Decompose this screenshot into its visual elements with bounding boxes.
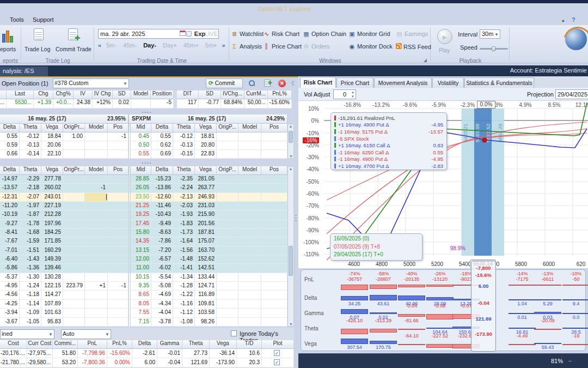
- time-step-Day+[interactable]: Day+: [163, 42, 177, 49]
- step-back-icon[interactable]: «: [98, 42, 101, 49]
- table-row[interactable]: 0.66-0.1422.100.550.69-0.1522.83: [0, 150, 287, 159]
- table-row[interactable]: 0.55-0.1218.841.00-10.450.55-0.1218.81: [0, 132, 287, 141]
- splitter-handle[interactable]: ••••: [131, 160, 163, 165]
- tab-movement-analysis[interactable]: Movement Analysis: [374, 77, 432, 88]
- panel-splitter[interactable]: •••: [294, 77, 298, 368]
- ignore-trades-checkbox[interactable]: [231, 330, 237, 336]
- group-expand-icon[interactable]: ◢: [424, 58, 427, 63]
- legend-delta: 0.83: [433, 142, 444, 148]
- table-row[interactable]: -3.67-1.0595.837.15-3.78-1.0898.26: [0, 318, 287, 327]
- mode-dropdown[interactable]: Auto▼: [61, 329, 111, 339]
- menu-tools[interactable]: Tools: [10, 16, 24, 23]
- greek-bar: [562, 285, 588, 286]
- splitter-handle[interactable]: ••••: [131, 110, 163, 114]
- window-toggle-analysis[interactable]: ΣAnalysis: [231, 43, 262, 50]
- chain-header: Model: [238, 166, 261, 175]
- table-row[interactable]: -6.40-1.43149.3912.00-6.57-1.48152.62: [0, 255, 287, 264]
- table-row[interactable]: -7.01-1.51160.2913.15-7.20-1.56163.70: [0, 246, 287, 255]
- window-toggle-rss-feed[interactable]: RSS Feed: [396, 43, 431, 50]
- window-toggle-monitor-dock[interactable]: ◉Monitor Dock: [348, 43, 393, 50]
- grid2-scrollbar[interactable]: ▲▼: [287, 166, 294, 327]
- chain-cell: 223.79: [63, 282, 85, 291]
- plot-checkbox[interactable]: ✓: [274, 350, 280, 356]
- speed-slider-thumb[interactable]: [492, 46, 495, 51]
- table-row[interactable]: -4.95-1.24122.15223.79+1-19.35-5.08-1.28…: [0, 282, 287, 291]
- tab-risk-chart[interactable]: Risk Chart: [300, 77, 336, 88]
- clock-icon[interactable]: [186, 31, 193, 38]
- title-bar: OptionNET Explorer: [0, 3, 588, 15]
- table-row[interactable]: -3.94-1.09101.637.55-4.04-1.12103.58: [0, 309, 287, 317]
- mid-cell: 0.45: [131, 132, 151, 141]
- trade-log-button[interactable]: [34, 28, 44, 41]
- window-toggle-option-chain[interactable]: ▦Option Chain: [303, 31, 346, 38]
- chain-cell: [85, 141, 108, 150]
- table-row[interactable]: -11.20-1.97227.1921.25-11.46-2.03231.03: [0, 202, 287, 210]
- grid1-column-headers: DeltaThetaVegaOrigPr...ModelPosMidDeltaT…: [0, 124, 294, 132]
- reports-icon[interactable]: [1, 28, 15, 43]
- help-icon[interactable]: ?: [572, 16, 575, 23]
- window-toggle-risk-chart[interactable]: ∿Risk Chart: [263, 31, 299, 38]
- tab-statistics-fundamentals[interactable]: Statistics & Fundamentals: [464, 77, 534, 88]
- table-row[interactable]: -12.31-2.07243.0123.50-12.60-2.13246.93: [0, 193, 287, 202]
- commit-button[interactable]: ⟳ Commit: [206, 79, 243, 88]
- grid1-scrollbar[interactable]: ▲▼: [287, 124, 294, 159]
- table-row[interactable]: 0.59-0.1320.060.500.62-0.1320.80: [0, 141, 287, 150]
- summary-header: Last: [7, 91, 34, 99]
- table-row[interactable]: -4.25-1.14107.898.05-4.34-1.16109.81: [0, 300, 287, 309]
- table-row[interactable]: -8.41-1.68184.2515.80-8.63-1.73187.81: [0, 228, 287, 237]
- chain-cell: [108, 184, 128, 192]
- time-step-45m-[interactable]: 45m-: [123, 42, 137, 49]
- current-gamma: -0.04: [471, 300, 495, 306]
- table-row[interactable]: -10.19-1.87212.2819.25-10.43-1.93215.90: [0, 210, 287, 219]
- zoom-out-icon[interactable]: –: [568, 357, 572, 364]
- chain-cell: -1.51: [20, 246, 41, 255]
- spinner-arrows-icon[interactable]: ▲▼: [351, 90, 354, 99]
- chain-cell: [217, 282, 238, 291]
- chain-cell: -1.64: [173, 237, 195, 246]
- window-toggle-price-chart[interactable]: ║Price Chart: [263, 43, 302, 50]
- live-toggle[interactable]: LIVE: [205, 31, 218, 37]
- time-step-5m+[interactable]: 5m+: [205, 42, 217, 49]
- reports-button-label[interactable]: eports: [0, 46, 16, 52]
- vol-adjust-spinner[interactable]: 0 ▲▼: [333, 89, 356, 99]
- menu-support[interactable]: Support: [33, 16, 54, 23]
- time-step-Day-[interactable]: Day-: [143, 42, 156, 49]
- greek-bar: [509, 285, 536, 286]
- table-row[interactable]: -5.37-1.30130.2810.15-5.54-1.34133.44: [0, 273, 287, 282]
- projection-date-field[interactable]: 29/04/2025: [555, 89, 588, 99]
- window-toggle-monitor-grid[interactable]: ▣Monitor Grid: [348, 31, 390, 38]
- search-icon[interactable]: [248, 80, 255, 87]
- table-row[interactable]: -4.56-1.18114.278.65-4.69-1.22116.89: [0, 291, 287, 299]
- table-row[interactable]: -13.57-2.18260.02-126.05-13.86-2.24263.7…: [0, 184, 287, 192]
- commit-trade-label[interactable]: Commit Trade: [56, 46, 91, 52]
- plot-checkbox[interactable]: ✓: [274, 359, 280, 365]
- time-step-5m-[interactable]: 5m-: [106, 42, 117, 49]
- step-forward-icon[interactable]: »: [222, 42, 225, 49]
- combo-dropdown[interactable]: ined▼: [0, 329, 54, 339]
- tab-volatility[interactable]: Volatility: [432, 77, 464, 88]
- window-toggle-watchlist[interactable]: ≣Watchlist: [231, 31, 264, 38]
- trading-date-field[interactable]: ma. 29 abr. 2025 Exp LIVE: [98, 29, 219, 39]
- date-legend-box: 16/05/2025 (0)07/05/2025 (9) T+829/04/20…: [330, 233, 422, 261]
- close-position-icon[interactable]: ✕: [278, 80, 286, 87]
- greek-bar: [370, 341, 397, 344]
- tab-analysis-es[interactable]: nalysis: /ES: [0, 67, 48, 76]
- exp-toggle[interactable]: Exp: [194, 31, 205, 37]
- interval-select[interactable]: 30m ▼: [480, 29, 500, 39]
- table-row[interactable]: -5.86-1.36139.4611.00-6.02-1.41142.51: [0, 264, 287, 273]
- window-toggle-earnings[interactable]: ▤Earnings: [396, 31, 428, 38]
- tab-price-chart[interactable]: Price Chart: [336, 77, 373, 88]
- strategy-dropdown[interactable]: #378 Custom▼: [53, 79, 129, 88]
- time-step-45m+[interactable]: 45m+: [183, 42, 199, 49]
- summary-header: Chg: [34, 91, 53, 99]
- table-row[interactable]: -7.67-1.59171.8514.35-7.86-1.64175.07: [0, 237, 287, 246]
- add-sheet-icon[interactable]: ✚: [264, 80, 275, 88]
- table-row[interactable]: -9.27-1.78197.9617.45-9.49-1.83201.56: [0, 220, 287, 228]
- commit-trade-button[interactable]: ✚: [68, 28, 78, 41]
- trade-log-label[interactable]: Trade Log: [24, 46, 50, 52]
- play-button[interactable]: ▶: [437, 29, 452, 44]
- window-toggle-orders[interactable]: ⚙Orders: [303, 43, 330, 50]
- calendar-icon[interactable]: [179, 31, 187, 37]
- pin-icon[interactable]: ▴: [562, 17, 565, 23]
- table-row[interactable]: -14.97-2.29277.7828.85-15.23-2.35281.05: [0, 175, 287, 184]
